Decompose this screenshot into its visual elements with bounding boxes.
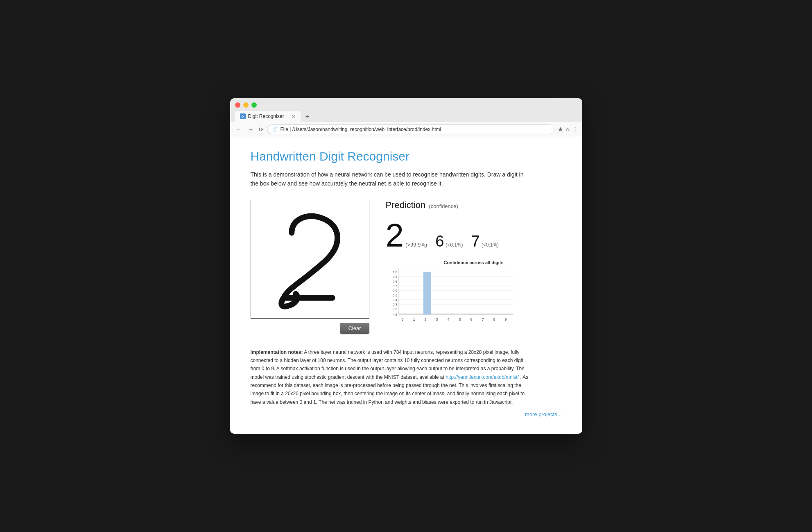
- tab-bar: D Digit Recogniser ✕ +: [235, 111, 577, 122]
- bookmark-icon[interactable]: ★: [558, 126, 563, 133]
- primary-digit: 2: [386, 219, 404, 252]
- traffic-lights: [235, 102, 577, 108]
- main-section: Clear Prediction (confidence) 2 (>99.9%)…: [251, 200, 562, 334]
- toolbar: ← → ⟳ 📄 File | /Users/Jason/handwriting_…: [230, 122, 582, 137]
- mnist-link[interactable]: http://yann.lecun.com/exdb/mnist/: [446, 374, 519, 380]
- browser-window: D Digit Recogniser ✕ + ← → ⟳ 📄 File | /U…: [230, 98, 582, 434]
- browser-chrome: D Digit Recogniser ✕ +: [230, 98, 582, 122]
- prediction-header: Prediction (confidence): [386, 200, 562, 214]
- svg-text:0.4: 0.4: [392, 298, 397, 301]
- notes-section: Implementation notes: A three layer neur…: [251, 348, 529, 407]
- svg-text:1.0: 1.0: [392, 270, 397, 274]
- svg-text:0: 0: [401, 317, 403, 321]
- svg-text:0: 0: [395, 313, 397, 317]
- toolbar-right: ★ ○ ⋮: [558, 126, 578, 133]
- secondary-prediction-1: 6 (<0.1%): [435, 233, 463, 250]
- profile-icon[interactable]: ○: [565, 126, 569, 133]
- svg-text:0.2: 0.2: [392, 307, 397, 311]
- chart-title: Confidence across all digits: [386, 260, 562, 265]
- address-bar[interactable]: 📄 File | /Users/Jason/handwriting_recogn…: [267, 125, 555, 134]
- svg-text:0.8: 0.8: [392, 279, 397, 283]
- svg-text:8: 8: [493, 317, 495, 321]
- page-title: Handwritten Digit Recogniser: [251, 149, 562, 163]
- more-projects: more projects...: [251, 411, 562, 417]
- svg-text:5: 5: [459, 317, 461, 321]
- page-content: Handwritten Digit Recogniser This is a d…: [230, 137, 582, 434]
- maximize-button[interactable]: [251, 102, 257, 108]
- svg-text:3: 3: [436, 317, 438, 321]
- confidence-chart: 1.0 0.9 0.8 0.7 0.6 0.5 0.4 0.3 0.2 0.1 …: [386, 267, 517, 327]
- secondary-prediction-2: 7 (<0.1%): [471, 233, 499, 250]
- svg-text:9: 9: [504, 317, 507, 321]
- minimize-button[interactable]: [243, 102, 249, 108]
- refresh-button[interactable]: ⟳: [259, 126, 264, 133]
- bar-digit-6: [468, 314, 475, 315]
- svg-text:1: 1: [413, 317, 415, 321]
- primary-prediction: 2 (>99.9%): [386, 219, 427, 252]
- svg-text:7: 7: [482, 317, 484, 321]
- lock-icon: 📄: [272, 127, 278, 132]
- tab-label: Digit Recogniser: [248, 113, 284, 119]
- new-tab-button[interactable]: +: [302, 111, 312, 122]
- chart-container: Confidence across all digits: [386, 260, 562, 328]
- svg-text:0.5: 0.5: [392, 293, 397, 297]
- prediction-section: Prediction (confidence) 2 (>99.9%) 6 (<0…: [386, 200, 562, 328]
- notes-label: Implementation notes:: [251, 349, 303, 355]
- secondary-digit-2: 7: [471, 233, 480, 250]
- primary-confidence: (>99.9%): [405, 242, 427, 248]
- prediction-numbers: 2 (>99.9%) 6 (<0.1%) 7 (<0.1%): [386, 219, 562, 252]
- back-button[interactable]: ←: [234, 125, 243, 134]
- svg-text:0.7: 0.7: [392, 284, 397, 288]
- canvas-section: Clear: [251, 200, 369, 334]
- address-text: File | /Users/Jason/handwriting_recognit…: [280, 127, 441, 132]
- prediction-subtitle: (confidence): [429, 203, 458, 209]
- menu-icon[interactable]: ⋮: [572, 126, 578, 133]
- tab-favicon: D: [240, 113, 246, 119]
- close-button[interactable]: [235, 102, 240, 108]
- secondary-confidence-1: (<0.1%): [446, 242, 463, 248]
- svg-text:0.9: 0.9: [392, 275, 397, 278]
- secondary-digit-1: 6: [435, 233, 444, 250]
- bar-digit-2: [423, 272, 431, 315]
- svg-text:4: 4: [447, 317, 449, 321]
- forward-button[interactable]: →: [247, 125, 256, 134]
- page-description: This is a demonstration of how a neural …: [251, 170, 529, 188]
- digit-display: [251, 200, 369, 318]
- svg-text:2: 2: [424, 317, 426, 321]
- clear-button[interactable]: Clear: [340, 323, 369, 334]
- drawing-canvas[interactable]: [251, 200, 369, 319]
- prediction-title: Prediction: [386, 200, 426, 211]
- tab-close-button[interactable]: ✕: [291, 113, 296, 120]
- svg-text:6: 6: [470, 317, 472, 321]
- svg-text:0.3: 0.3: [392, 303, 397, 306]
- active-tab[interactable]: D Digit Recogniser ✕: [235, 111, 301, 122]
- more-projects-link[interactable]: more projects...: [525, 411, 562, 417]
- svg-text:0.6: 0.6: [392, 289, 397, 292]
- secondary-confidence-2: (<0.1%): [482, 242, 499, 248]
